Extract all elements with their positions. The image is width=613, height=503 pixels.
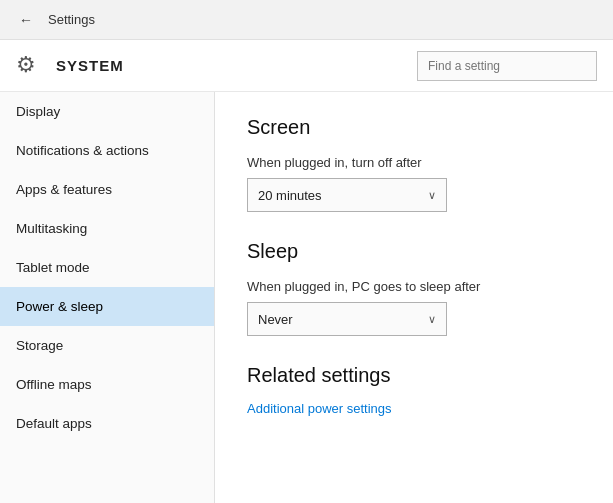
title-bar-text: Settings [48,12,95,27]
sidebar-item-storage[interactable]: Storage [0,326,214,365]
sleep-field-label: When plugged in, PC goes to sleep after [247,279,581,294]
back-icon: ← [19,12,33,28]
sidebar: Display Notifications & actions Apps & f… [0,92,215,503]
sleep-section: Sleep When plugged in, PC goes to sleep … [247,240,581,336]
screen-dropdown-chevron-icon: ∨ [428,189,436,202]
screen-dropdown[interactable]: 20 minutes ∨ [247,178,447,212]
sleep-dropdown-value: Never [258,312,293,327]
title-bar: ← Settings [0,0,613,40]
screen-dropdown-value: 20 minutes [258,188,322,203]
sidebar-item-display[interactable]: Display [0,92,214,131]
screen-title: Screen [247,116,581,139]
system-title: SYSTEM [56,57,417,74]
sleep-dropdown-chevron-icon: ∨ [428,313,436,326]
back-button[interactable]: ← [12,6,40,34]
sidebar-item-power[interactable]: Power & sleep [0,287,214,326]
content-area: Display Notifications & actions Apps & f… [0,92,613,503]
screen-section: Screen When plugged in, turn off after 2… [247,116,581,212]
sidebar-item-apps[interactable]: Apps & features [0,170,214,209]
additional-power-settings-link[interactable]: Additional power settings [247,401,392,416]
gear-icon: ⚙ [16,52,44,80]
search-input[interactable] [417,51,597,81]
main-content: Screen When plugged in, turn off after 2… [215,92,613,503]
sidebar-item-offline-maps[interactable]: Offline maps [0,365,214,404]
sleep-dropdown[interactable]: Never ∨ [247,302,447,336]
screen-field-label: When plugged in, turn off after [247,155,581,170]
settings-window: ← Settings ⚙ SYSTEM Display Notification… [0,0,613,503]
sidebar-item-multitasking[interactable]: Multitasking [0,209,214,248]
sidebar-item-default-apps[interactable]: Default apps [0,404,214,443]
sidebar-item-tablet[interactable]: Tablet mode [0,248,214,287]
related-settings-section: Related settings Additional power settin… [247,364,581,417]
related-settings-title: Related settings [247,364,581,387]
sidebar-item-notifications[interactable]: Notifications & actions [0,131,214,170]
header-bar: ⚙ SYSTEM [0,40,613,92]
sleep-title: Sleep [247,240,581,263]
